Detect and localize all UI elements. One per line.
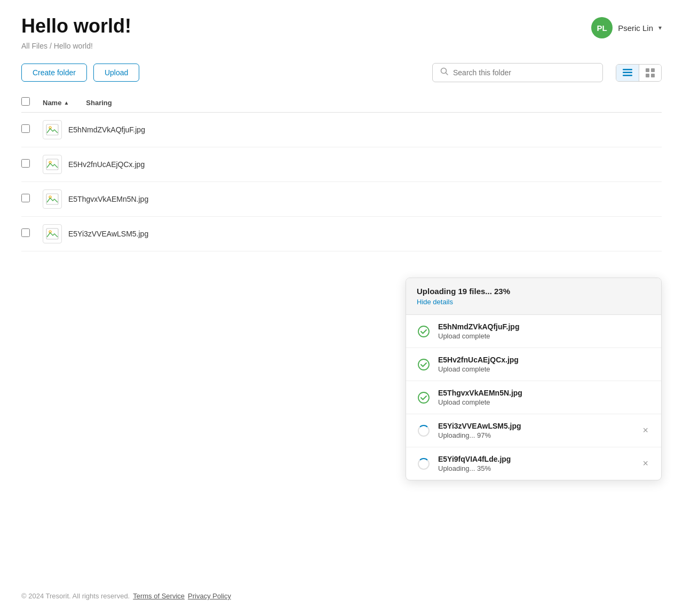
breadcrumb-all-files[interactable]: All Files (21, 42, 47, 50)
file-name: E5ThgvxVkAEMn5N.jpg (68, 195, 148, 203)
upload-panel: Uploading 19 files... 23% Hide details E… (406, 278, 662, 480)
svg-rect-9 (46, 124, 58, 135)
upload-item-status: Uploading... 97% (438, 431, 633, 439)
svg-rect-2 (623, 69, 632, 70)
row-checkbox[interactable] (21, 124, 30, 133)
svg-point-19 (418, 392, 429, 403)
row-checkbox[interactable] (21, 159, 30, 168)
upload-title: Uploading 19 files... 23% (417, 287, 650, 296)
avatar: PL (591, 17, 613, 38)
view-toggle (616, 64, 662, 82)
svg-rect-7 (646, 74, 649, 77)
upload-item-info: E5ThgvxVkAEMn5N.jpg Upload complete (438, 389, 650, 406)
upload-complete-icon (417, 325, 431, 338)
upload-header: Uploading 19 files... 23% Hide details (406, 278, 661, 315)
row-checkbox[interactable] (21, 194, 30, 202)
upload-items: E5hNmdZVkAQfjuF.jpg Upload complete E5Hv… (406, 315, 661, 480)
row-checkbox[interactable] (21, 228, 30, 237)
search-input[interactable] (453, 68, 595, 77)
user-menu[interactable]: PL Pseric Lin ▾ (591, 17, 662, 38)
list-item: E5hNmdZVkAQfjuF.jpg Upload complete (406, 315, 661, 348)
upload-item-name: E5hNmdZVkAQfjuF.jpg (438, 322, 650, 331)
upload-cancel-button[interactable]: × (640, 458, 650, 469)
privacy-policy-link[interactable]: Privacy Policy (188, 592, 231, 600)
svg-rect-4 (623, 75, 632, 76)
page-title: Hello world! (21, 15, 662, 37)
upload-spinner-icon (417, 424, 431, 438)
sharing-column-header: Sharing (86, 99, 112, 107)
svg-rect-11 (46, 159, 58, 170)
list-item: E5Hv2fnUcAEjQCx.jpg Upload complete (406, 348, 661, 381)
upload-cancel-button[interactable]: × (640, 425, 650, 436)
upload-item-status: Uploading... 35% (438, 464, 633, 472)
breadcrumb: All Files / Hello world! (21, 42, 662, 50)
table-row[interactable]: E5Yi3zVVEAwLSM5.jpg (21, 217, 662, 251)
copyright-text: © 2024 Tresorit. All rights reserved. (21, 592, 130, 600)
search-box (432, 63, 603, 82)
grid-view-button[interactable] (639, 65, 661, 81)
breadcrumb-current: Hello world! (54, 42, 93, 50)
table-row[interactable]: E5Hv2fnUcAEjQCx.jpg (21, 147, 662, 182)
svg-point-17 (418, 326, 429, 337)
list-view-button[interactable] (616, 65, 639, 81)
file-icon (43, 224, 62, 243)
svg-rect-5 (646, 68, 649, 72)
footer: © 2024 Tresorit. All rights reserved. Te… (21, 592, 231, 600)
list-item: E5Yi9fqVIA4fLde.jpg Uploading... 35% × (406, 447, 661, 480)
upload-item-name: E5Yi9fqVIA4fLde.jpg (438, 455, 633, 463)
file-rows-container: E5hNmdZVkAQfjuF.jpg E5Hv2fnUcAEjQCx.jpg (21, 113, 662, 251)
upload-item-name: E5Hv2fnUcAEjQCx.jpg (438, 356, 650, 364)
table-row[interactable]: E5hNmdZVkAQfjuF.jpg (21, 113, 662, 147)
upload-item-info: E5Hv2fnUcAEjQCx.jpg Upload complete (438, 356, 650, 373)
terms-of-service-link[interactable]: Terms of Service (133, 592, 185, 600)
svg-rect-13 (46, 194, 58, 204)
svg-rect-8 (651, 74, 655, 77)
hide-details-link[interactable]: Hide details (417, 298, 650, 306)
svg-point-18 (418, 359, 429, 370)
page-header: Hello world! All Files / Hello world! (0, 0, 683, 50)
toolbar: Create folder Upload (0, 63, 683, 82)
upload-item-status: Upload complete (438, 365, 650, 373)
upload-item-status: Upload complete (438, 398, 650, 406)
select-all-checkbox[interactable] (21, 97, 30, 106)
table-row[interactable]: E5ThgvxVkAEMn5N.jpg (21, 182, 662, 217)
list-item: E5Yi3zVVEAwLSM5.jpg Uploading... 97% × (406, 414, 661, 447)
upload-complete-icon (417, 358, 431, 372)
list-item: E5ThgvxVkAEMn5N.jpg Upload complete (406, 381, 661, 414)
svg-rect-15 (46, 228, 58, 239)
username: Pseric Lin (618, 23, 653, 33)
upload-item-name: E5Yi3zVVEAwLSM5.jpg (438, 422, 633, 430)
upload-complete-icon (417, 391, 431, 405)
svg-rect-6 (651, 68, 655, 72)
name-column-header[interactable]: Name ▲ (43, 99, 69, 107)
breadcrumb-separator: / (50, 42, 54, 50)
chevron-down-icon: ▾ (658, 24, 662, 31)
file-name: E5Hv2fnUcAEjQCx.jpg (68, 160, 145, 169)
list-header: Name ▲ Sharing (21, 93, 662, 113)
file-name: E5hNmdZVkAQfjuF.jpg (68, 125, 145, 134)
upload-button[interactable]: Upload (93, 64, 139, 82)
upload-spinner-icon (417, 457, 431, 471)
upload-item-info: E5Yi3zVVEAwLSM5.jpg Uploading... 97% (438, 422, 633, 439)
upload-item-info: E5hNmdZVkAQfjuF.jpg Upload complete (438, 322, 650, 340)
file-list: Name ▲ Sharing E5hNmdZVkAQfjuF.jpg (0, 93, 683, 251)
file-icon (43, 120, 62, 139)
svg-rect-3 (623, 72, 632, 74)
file-name: E5Yi3zVVEAwLSM5.jpg (68, 230, 148, 238)
upload-item-name: E5ThgvxVkAEMn5N.jpg (438, 389, 650, 397)
upload-item-info: E5Yi9fqVIA4fLde.jpg Uploading... 35% (438, 455, 633, 472)
create-folder-button[interactable]: Create folder (21, 64, 87, 82)
sort-arrow-icon: ▲ (63, 100, 69, 106)
svg-line-1 (446, 73, 448, 75)
file-icon (43, 189, 62, 209)
search-icon (440, 67, 449, 78)
upload-item-status: Upload complete (438, 332, 650, 340)
file-icon (43, 155, 62, 174)
